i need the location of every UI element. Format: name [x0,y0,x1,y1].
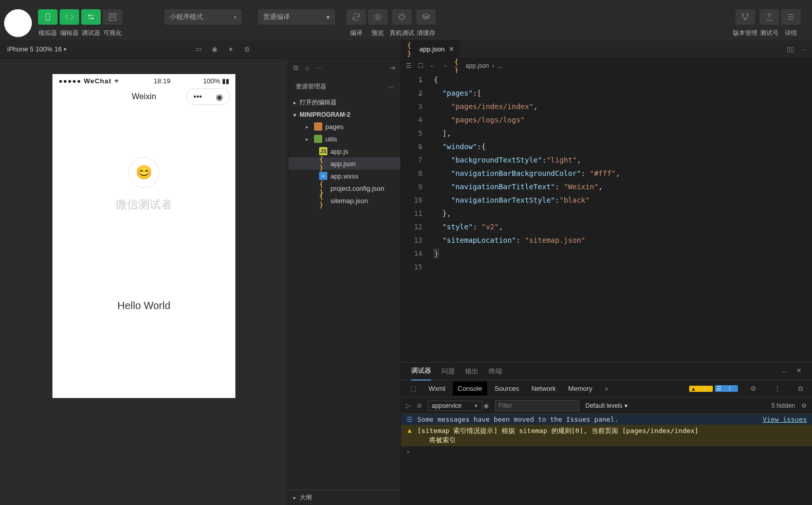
caret-right-icon: ▸ [293,100,300,105]
devtools-tab-sources[interactable]: Sources [489,382,524,395]
file-item-app-wxss[interactable]: ≡app.wxss [288,170,400,182]
close-icon[interactable]: ✕ [796,363,802,380]
project-section[interactable]: ▾ MINIPROGRAM-2 [288,109,400,120]
file-item-pages[interactable]: ▸pages [288,120,400,133]
dock-icon[interactable]: ⧉ [793,382,808,396]
nav-forward-icon[interactable]: → [442,62,448,69]
fold-icon[interactable]: ⌄ [419,140,422,153]
menu-icon [781,9,801,25]
json-icon: { } [407,45,415,53]
record-icon[interactable]: ◉ [212,45,217,53]
caret-right-icon: ▸ [306,136,311,142]
file-item-project-config-json[interactable]: { }project.config.json [288,182,400,194]
file-item-sitemap-json[interactable]: { }sitemap.json [288,194,400,207]
more-icon[interactable]: ••• [193,92,202,101]
sliders-icon [81,9,101,25]
more-icon[interactable]: ··· [388,83,393,91]
warning-badge[interactable]: ▲ 1 [689,386,713,392]
more-icon[interactable]: ··· [317,64,322,72]
panel-tab-terminal[interactable]: 终端 [489,363,502,380]
clear-cache-button[interactable]: 清缓存 [416,9,436,38]
console-prompt[interactable]: › [401,446,812,457]
clear-icon[interactable]: ⊘ [417,402,422,409]
test-account-button[interactable]: 测试号 [760,9,779,38]
explorer-panel: ⧉ ⌕ ··· ⇥ 资源管理器 ··· ▸ 打开的编辑器 ▾ MINIPROGR… [288,59,401,505]
simulator-panel: ▭ ◉ 🕨 ⧉ ●●●●● WeChat ᯤ 18:19 100% ▮▮ Wei… [0,59,288,505]
svg-point-9 [747,14,748,15]
phone-frame: ●●●●● WeChat ᯤ 18:19 100% ▮▮ Weixin ••• … [52,74,235,398]
visualize-tab[interactable]: 可视化 [103,9,122,38]
fold-icon[interactable]: ⌄ [419,86,422,100]
sidebar-toggle-icon[interactable]: ⇥ [390,64,395,71]
more-tabs-icon[interactable]: » [600,382,614,395]
simulator-tab[interactable]: 模拟器 [38,9,58,38]
devtools-tab-console[interactable]: Console [453,382,488,395]
folder-icon [314,135,322,143]
code-editor[interactable]: 1⌄2⌄3456⌄789101112131415 { "pages":[ "pa… [401,73,812,362]
bookmark-icon[interactable]: ☐ [418,62,423,69]
target-icon[interactable]: ◉ [216,92,223,102]
mode-select[interactable]: 小程序模式 ▾ [164,9,242,25]
filter-input[interactable] [495,400,579,411]
levels-select[interactable]: Default levels ▾ [585,402,628,409]
details-button[interactable]: 详情 [781,9,801,38]
file-item-app-js[interactable]: JSapp.js [288,145,400,157]
editor-tab-appjson[interactable]: { } app.json ✕ [401,40,460,59]
play-icon[interactable]: ▷ [406,402,411,409]
console-message: ☰ Some messages have been moved to the I… [401,414,812,425]
breadcrumb[interactable]: { } app.json › ... [454,62,502,70]
battery-label: 100% ▮▮ [203,77,229,85]
user-avatar[interactable] [4,9,32,37]
json-icon: { } [319,159,327,168]
version-manage-button[interactable]: 版本管理 [733,9,758,38]
gear-icon[interactable]: ⚙ [801,402,807,409]
file-item-utils[interactable]: ▸utils [288,133,400,145]
json-icon: { } [319,184,327,192]
devtools-tab-memory[interactable]: Memory [563,382,598,395]
close-icon[interactable]: ✕ [449,45,454,53]
device-select[interactable]: iPhone 5 100% 16 ▾ [7,45,66,53]
hidden-count[interactable]: 5 hidden [771,402,795,409]
branch-icon [735,9,755,25]
eye-icon[interactable]: ◉ [484,402,489,409]
search-icon[interactable]: ⌕ [305,64,309,72]
tab-label: app.json [419,45,445,53]
gear-icon[interactable]: ⚙ [745,382,762,395]
files-icon[interactable]: ⧉ [293,64,298,72]
split-icon[interactable]: ▯▯ [787,45,794,53]
debugger-tab[interactable]: 调试器 [81,9,101,38]
mute-icon[interactable]: 🕨 [228,45,234,53]
device-icon[interactable]: ▭ [195,45,201,53]
svg-rect-3 [109,13,112,16]
signal-icon: ●●●●● WeChat ᯤ [59,77,121,85]
nav-back-icon[interactable]: ← [430,62,436,69]
devtools-tab-wxml[interactable]: Wxml [423,382,451,395]
fold-icon[interactable]: ⌄ [419,73,422,86]
tester-label: 微信测试者 [52,197,235,212]
outline-section[interactable]: ▸ 大纲 [288,490,400,505]
bottom-panel: 调试器 问题 输出 终端 ︿ ✕ ⬚ Wxml Console Sources … [401,362,812,505]
chevron-down-icon: ▾ [326,13,330,21]
wxss-icon: ≡ [319,172,327,180]
file-label: sitemap.json [330,197,368,205]
info-badge[interactable]: ☰ 1 [715,385,738,392]
devtools-tab-network[interactable]: Network [526,382,561,395]
file-item-app-json[interactable]: { }app.json [288,157,400,170]
console-message: ▲ [sitemap 索引情况提示] 根据 sitemap 的规则[0], 当前… [401,425,812,446]
clock-label: 18:19 [154,77,171,85]
chevron-up-icon[interactable]: ︿ [781,363,788,380]
file-label: pages [325,123,343,131]
open-editors-section[interactable]: ▸ 打开的编辑器 [288,96,400,109]
panel-tab-problems[interactable]: 问题 [441,363,455,380]
editor-tab[interactable]: 编辑器 [60,9,79,38]
kebab-icon[interactable]: ⋮ [769,382,786,395]
inspect-icon[interactable]: ⬚ [405,382,421,395]
copy-icon[interactable]: ⧉ [245,45,249,53]
list-icon[interactable]: ☰ [406,62,412,69]
json-icon: { } [319,196,327,205]
capsule[interactable]: ••• ◉ [186,88,230,105]
panel-tab-debugger[interactable]: 调试器 [411,362,431,381]
view-issues-link[interactable]: View issues [763,416,807,423]
more-icon[interactable]: ··· [801,45,807,53]
panel-tab-output[interactable]: 输出 [465,363,478,380]
